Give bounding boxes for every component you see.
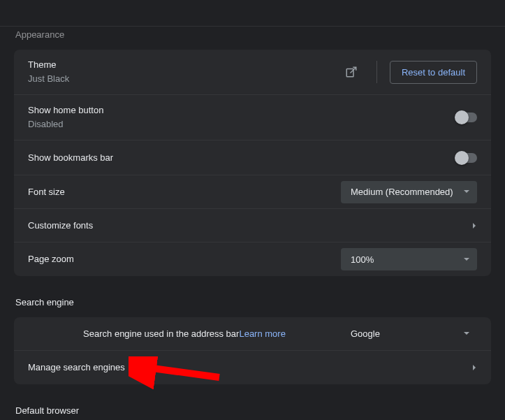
font-size-value: Medium (Recommended)	[351, 187, 453, 197]
address-bar-engine-row: Search engine used in the address bar Le…	[14, 317, 491, 351]
font-size-label: Font size	[28, 185, 341, 199]
page-zoom-select[interactable]: 100%	[341, 248, 477, 270]
section-title-appearance: Appearance	[14, 27, 491, 50]
caret-down-icon	[463, 254, 470, 265]
section-title-search: Search engine	[14, 294, 491, 317]
theme-row[interactable]: Theme Just Black Reset to default	[14, 50, 491, 95]
customize-fonts-label: Customize fonts	[28, 219, 472, 233]
font-size-row: Font size Medium (Recommended)	[14, 175, 491, 209]
caret-down-icon	[463, 187, 470, 197]
address-bar-engine-select[interactable]: Google	[341, 323, 477, 345]
chevron-right-icon	[472, 364, 477, 371]
home-button-toggle[interactable]	[456, 113, 477, 122]
bookmarks-label: Show bookmarks bar	[28, 151, 456, 165]
page-zoom-row: Page zoom 100%	[14, 242, 491, 276]
customize-fonts-row[interactable]: Customize fonts	[14, 209, 491, 242]
home-button-label: Show home button	[28, 103, 456, 117]
divider	[376, 61, 377, 83]
open-external-icon[interactable]	[339, 59, 364, 85]
chevron-right-icon	[472, 222, 477, 229]
manage-search-engines-label: Manage search engines	[28, 361, 472, 375]
manage-search-engines-row[interactable]: Manage search engines	[14, 351, 491, 384]
home-button-row: Show home button Disabled	[14, 95, 491, 140]
window-titlebar	[0, 0, 505, 27]
theme-value: Just Black	[28, 72, 339, 86]
bookmarks-row: Show bookmarks bar	[14, 140, 491, 175]
appearance-card: Theme Just Black Reset to default Show h…	[14, 50, 491, 276]
search-card: Search engine used in the address bar Le…	[14, 317, 491, 384]
bookmarks-toggle[interactable]	[456, 153, 477, 163]
page-zoom-label: Page zoom	[28, 252, 341, 266]
theme-label: Theme	[28, 58, 339, 72]
page-zoom-value: 100%	[351, 254, 374, 265]
reset-theme-button[interactable]: Reset to default	[390, 61, 477, 84]
address-bar-engine-label: Search engine used in the address bar	[83, 327, 239, 341]
caret-down-icon	[463, 328, 470, 339]
address-bar-engine-value: Google	[351, 328, 380, 339]
learn-more-link[interactable]: Learn more	[239, 328, 285, 339]
section-title-default-browser: Default browser	[14, 403, 491, 420]
font-size-select[interactable]: Medium (Recommended)	[341, 181, 477, 203]
home-button-value: Disabled	[28, 117, 456, 131]
